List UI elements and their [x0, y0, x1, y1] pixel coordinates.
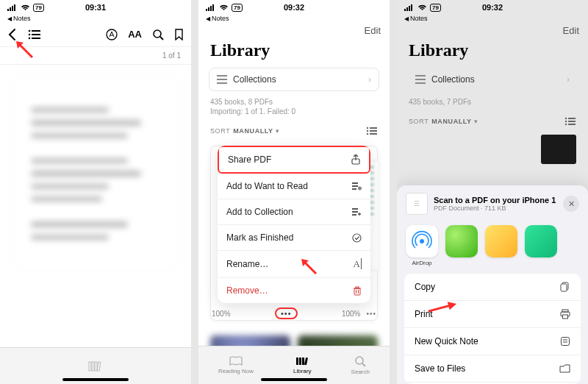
- action-label: Copy: [415, 282, 435, 292]
- trash-icon: [353, 286, 362, 296]
- svg-rect-3: [14, 4, 15, 11]
- status-bar: 09:32 79: [397, 0, 588, 15]
- collections-row[interactable]: Collections ›: [209, 68, 379, 91]
- menu-mark-finished[interactable]: Mark as Finished: [218, 225, 370, 251]
- back-app-label: Notes: [410, 15, 428, 22]
- share-app-yellow[interactable]: [485, 225, 517, 266]
- sort-value: MANUALLY: [233, 127, 273, 135]
- action-copy[interactable]: Copy: [404, 274, 581, 301]
- close-button[interactable]: ✕: [563, 196, 579, 212]
- copy-icon: [560, 282, 570, 292]
- svg-line-12: [160, 37, 163, 40]
- svg-point-28: [367, 130, 368, 132]
- menu-rename[interactable]: Rename… A​: [218, 251, 370, 278]
- collections-list-icon: [415, 75, 426, 84]
- share-app-green1[interactable]: [445, 225, 478, 266]
- share-header: ☰ Scan to a PDF on your iPhone 1 PDF Doc…: [397, 185, 588, 222]
- sort-row[interactable]: SORT MANUALLY ▾: [397, 107, 588, 130]
- edit-button[interactable]: Edit: [365, 25, 381, 36]
- svg-rect-24: [217, 79, 227, 80]
- chevron-right-icon: ›: [567, 74, 570, 85]
- svg-point-63: [565, 118, 567, 119]
- library-shelf-icon[interactable]: [87, 360, 104, 373]
- reader-toolbar: AA: [0, 22, 191, 47]
- share-subtitle: PDF Document · 711 KB: [434, 205, 556, 212]
- tab-label: Library: [293, 368, 311, 374]
- home-indicator[interactable]: [62, 378, 129, 381]
- quick-note-icon: [560, 336, 570, 346]
- svg-point-4: [29, 29, 31, 32]
- svg-point-6: [29, 33, 31, 35]
- status-bar: 09:32 79: [198, 0, 390, 15]
- back-to-app[interactable]: ◀Notes: [0, 15, 191, 22]
- more-dots-icon[interactable]: •••: [366, 310, 376, 318]
- home-indicator[interactable]: [261, 378, 327, 381]
- collections-row[interactable]: Collections ›: [407, 68, 578, 91]
- svg-rect-49: [299, 358, 301, 365]
- tab-label: Search: [351, 369, 370, 375]
- book-card: Share PDF Add to Want to Read Add to Col…: [210, 146, 378, 321]
- edit-button[interactable]: Edit: [563, 25, 579, 36]
- tab-library[interactable]: Library: [293, 356, 311, 374]
- search-icon: [354, 355, 366, 367]
- tab-label: Reading Now: [218, 368, 254, 374]
- library-title: Library: [397, 36, 588, 68]
- svg-rect-29: [370, 130, 377, 132]
- back-to-app[interactable]: ◀Notes: [397, 15, 588, 22]
- share-sheet: ☰ Scan to a PDF on your iPhone 1 PDF Doc…: [397, 185, 588, 384]
- tab-search[interactable]: Search: [351, 355, 370, 375]
- list-view-icon[interactable]: [366, 127, 378, 135]
- bookmark-icon[interactable]: [174, 29, 184, 40]
- menu-share-pdf[interactable]: Share PDF: [218, 146, 370, 174]
- contents-list-icon[interactable]: [28, 29, 41, 40]
- more-dots-button[interactable]: •••: [275, 307, 298, 319]
- action-print[interactable]: Print: [404, 301, 581, 328]
- svg-rect-74: [563, 315, 568, 319]
- action-save-files[interactable]: Save to Files: [404, 355, 581, 383]
- menu-add-collection[interactable]: Add to Collection: [218, 199, 370, 225]
- signal-icon: [7, 4, 18, 11]
- menu-want-to-read[interactable]: Add to Want to Read: [218, 174, 370, 199]
- document-area[interactable]: [0, 65, 191, 284]
- appearance-icon[interactable]: [106, 29, 118, 40]
- menu-label: Share PDF: [228, 154, 271, 165]
- print-icon: [560, 309, 570, 319]
- svg-rect-21: [210, 6, 212, 11]
- sort-row[interactable]: SORT MANUALLY ▾: [198, 116, 390, 140]
- book-cover-dark[interactable]: [541, 135, 576, 164]
- search-icon[interactable]: [152, 29, 164, 40]
- svg-rect-50: [302, 358, 304, 365]
- back-to-app[interactable]: ◀Notes: [198, 15, 390, 22]
- wifi-icon: [417, 4, 427, 11]
- back-triangle-icon: ◀: [404, 15, 409, 22]
- svg-rect-41: [352, 214, 356, 216]
- share-apps-row: AirDrop: [397, 222, 588, 274]
- svg-rect-43: [354, 288, 360, 295]
- list-view-icon[interactable]: [564, 117, 576, 126]
- svg-rect-60: [415, 75, 426, 77]
- svg-point-26: [367, 127, 368, 129]
- svg-rect-5: [32, 30, 40, 32]
- airdrop-icon: [406, 225, 438, 257]
- share-app-green2[interactable]: [525, 225, 557, 266]
- svg-rect-27: [370, 127, 377, 129]
- collections-label: Collections: [233, 74, 276, 85]
- finished-icon: [352, 233, 362, 243]
- menu-remove[interactable]: Remove…: [218, 278, 370, 303]
- back-chevron-icon[interactable]: [7, 28, 18, 41]
- document-page-blurred: [15, 78, 176, 269]
- wifi-icon: [219, 4, 229, 11]
- panel-share-sheet: 09:32 79 ◀Notes Edit Library Collections…: [397, 0, 588, 384]
- collections-label: Collections: [431, 74, 475, 85]
- progress-left: 100%: [212, 310, 231, 318]
- svg-rect-57: [406, 7, 408, 11]
- svg-rect-51: [304, 358, 308, 365]
- text-size-icon[interactable]: AA: [128, 29, 142, 40]
- svg-rect-31: [370, 133, 377, 135]
- svg-rect-39: [352, 208, 358, 210]
- tab-reading-now[interactable]: Reading Now: [218, 356, 254, 374]
- share-doc-thumb-icon: ☰: [406, 193, 428, 215]
- wifi-icon: [21, 4, 30, 11]
- action-quick-note[interactable]: New Quick Note: [404, 328, 581, 355]
- share-app-airdrop[interactable]: AirDrop: [406, 225, 438, 266]
